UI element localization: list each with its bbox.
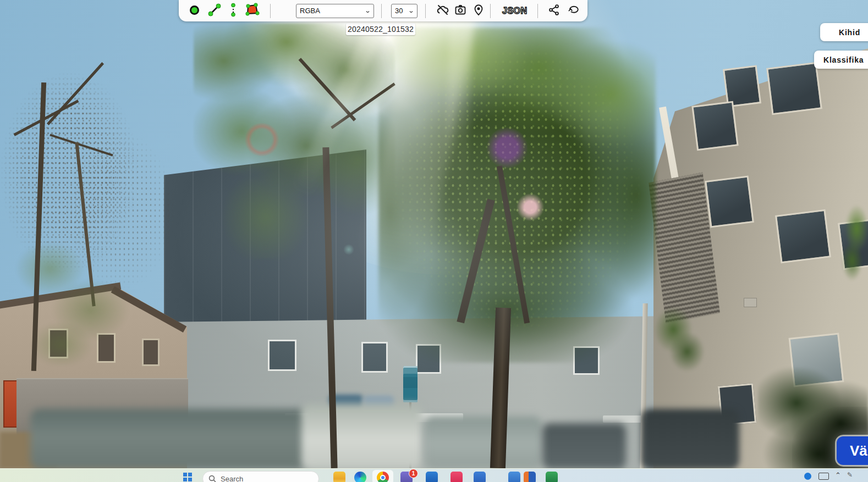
windows-logo-icon [188,473,192,477]
app-icon-green[interactable] [546,472,558,482]
taskbar-search[interactable]: Search [202,471,319,482]
start-button[interactable] [183,473,192,481]
line-icon [207,3,222,17]
ac-unit [744,298,757,307]
bush-over-louver [651,300,706,374]
point-icon [190,5,199,15]
chevron-down-icon: ⌄ [408,7,414,14]
app-icon-powerbi[interactable] [524,472,536,482]
lens-flare-pink [516,193,545,221]
vertical-dotted-line-icon [227,3,239,17]
right-edge-foliage [838,200,868,281]
chrome-icon[interactable] [377,472,389,482]
polygon-tool-button[interactable] [245,2,260,20]
lens-flare-purple [486,128,528,168]
toolbar-divider [270,4,271,18]
layers-button-label: Kihid [839,28,860,37]
onedrive-tray-icon[interactable] [804,473,811,480]
hide-overlay-button[interactable] [436,3,449,19]
app-icon-pink[interactable] [451,472,463,482]
search-label: Search [221,475,243,482]
windows-logo-icon [188,478,192,481]
channel-select[interactable]: RGBA ⌄ [296,4,374,18]
blurred-van [301,403,421,468]
classification-button-label: Klassifika [823,56,864,64]
polygon-icon [245,2,260,18]
app-icon-blue[interactable] [508,472,520,482]
outlook-icon[interactable] [426,472,438,482]
left-building-window [142,339,160,366]
lens-flare-red-ring [244,123,279,156]
point-tool-button[interactable] [190,5,201,16]
primary-action-label: Vä [850,442,867,459]
primary-action-button[interactable]: Vä [837,436,868,465]
camera-icon [454,3,467,16]
right-building-window [766,62,822,115]
screenshot-button[interactable] [454,3,467,19]
toolbar-divider [490,4,491,18]
blurred-car [542,423,626,468]
channel-select-value: RGBA [300,7,320,15]
windows-logo-icon [183,478,187,481]
blurred-car [30,409,308,468]
tray-chevron-up-icon[interactable]: ⌃ [835,471,841,479]
app-icon-blue-dots[interactable] [474,472,486,482]
toolbar-divider [425,4,426,18]
share-button[interactable] [547,3,561,19]
line-tool-button[interactable] [207,3,222,19]
app-window: RGBA ⌄ 30 ⌄ JSON [0,0,868,482]
blurred-car [425,417,542,468]
toolbar-divider [537,4,538,18]
file-explorer-icon[interactable] [333,472,345,482]
windows-logo-icon [183,473,187,477]
lens-flare-teal [343,244,354,255]
location-button[interactable] [472,3,485,19]
json-label: JSON [502,6,528,15]
notification-badge-count: 1 [412,470,415,477]
edge-icon[interactable] [354,472,366,482]
right-building-window [775,209,831,264]
windows-taskbar: Search 1 ⌃ ✎ [0,468,868,482]
share-icon [547,3,561,16]
layers-button[interactable]: Kihid [820,23,868,41]
cloud-off-icon [436,3,449,16]
blurred-suv [641,409,739,468]
json-export-button[interactable]: JSON [502,6,528,16]
chrome-center-dot [380,475,386,480]
rotate-icon [566,3,580,16]
right-building-window [691,101,738,151]
tray-pen-icon[interactable]: ✎ [847,471,853,479]
monitor-tray-icon[interactable] [818,473,829,480]
image-timestamp: 20240522_101532 [348,25,414,34]
right-building-window [705,175,754,228]
search-icon [208,475,216,482]
location-pin-icon [472,3,485,16]
rotate-view-button[interactable] [566,3,580,19]
zoom-select-value: 30 [395,7,403,15]
classification-button[interactable]: Klassifika [814,51,868,69]
street-photo-viewport[interactable] [0,0,868,468]
toolbar-divider [381,4,382,18]
annotation-toolbar: RGBA ⌄ 30 ⌄ JSON [179,0,587,21]
zoom-select[interactable]: 30 ⌄ [391,4,417,18]
image-timestamp-chip: 20240522_101532 [346,23,415,35]
chevron-down-icon: ⌄ [364,7,371,14]
vertical-dotted-line-tool-button[interactable] [227,3,239,19]
notification-badge: 1 [409,469,418,478]
